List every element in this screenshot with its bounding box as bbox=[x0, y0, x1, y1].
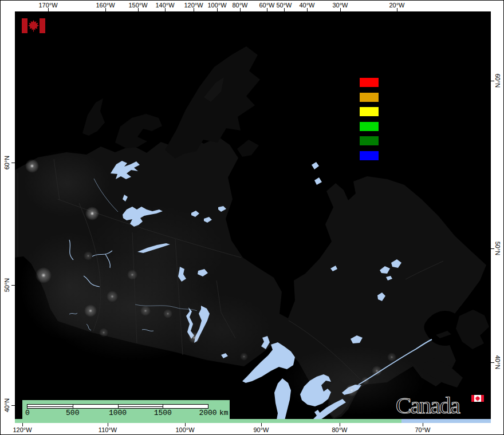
axis-label-left: 60°N bbox=[3, 156, 10, 170]
axis-label-bottom: 120°W bbox=[13, 426, 32, 433]
legend-swatch bbox=[360, 93, 379, 102]
axis-label-bottom: 100°W bbox=[175, 426, 194, 433]
axis-label-top: 100°W bbox=[207, 2, 226, 9]
map-canvas[interactable] bbox=[15, 11, 491, 423]
axis-label-bottom: 90°W bbox=[253, 426, 269, 433]
axis-label-top: 120°W bbox=[184, 2, 203, 9]
scalebar-unit: km bbox=[219, 409, 229, 417]
canada-flag-icon bbox=[22, 18, 45, 33]
axis-label-top: 30°W bbox=[332, 2, 348, 9]
axis-label-top: 140°W bbox=[155, 2, 174, 9]
axis-label-right: 40°N bbox=[494, 355, 501, 370]
axis-tick-left bbox=[11, 285, 15, 286]
axis-label-right: 60°N bbox=[494, 74, 501, 88]
axis-label-top: 170°W bbox=[38, 2, 57, 9]
axis-label-top: 20°W bbox=[389, 2, 404, 9]
scalebar bbox=[27, 404, 208, 409]
maple-leaf-icon bbox=[27, 19, 40, 32]
axis-label-bottom: 70°W bbox=[415, 426, 430, 433]
axis-label-bottom: 110°W bbox=[99, 426, 117, 433]
axis-label-left: 50°N bbox=[3, 278, 10, 292]
legend-swatch bbox=[360, 107, 379, 116]
flag-red-bar bbox=[40, 18, 45, 33]
axis-label-top: 150°W bbox=[128, 2, 147, 9]
legend-swatch bbox=[360, 78, 379, 87]
scalebar-label: 500 bbox=[66, 409, 79, 417]
axis-label-bottom: 80°W bbox=[332, 426, 347, 433]
flag-red-bar bbox=[22, 18, 27, 33]
axis-label-left: 40°N bbox=[3, 398, 10, 413]
map-layout-page: km 0500100015002000 Canada 170°W160°W150… bbox=[0, 0, 504, 435]
wordmark-flag-icon bbox=[471, 395, 484, 402]
scalebar-label: 1500 bbox=[154, 409, 172, 417]
legend-swatch bbox=[360, 122, 379, 131]
axis-label-right: 50°N bbox=[494, 242, 501, 256]
axis-label-top: 160°W bbox=[96, 2, 115, 9]
axis-label-top: 60°W bbox=[259, 2, 274, 9]
scalebar-label: 0 bbox=[25, 409, 30, 417]
scalebar-panel: km 0500100015002000 bbox=[22, 400, 230, 419]
axis-label-top: 40°W bbox=[299, 2, 314, 9]
legend-swatch bbox=[360, 151, 379, 160]
axis-label-top: 50°W bbox=[276, 2, 292, 9]
canada-wordmark: Canada bbox=[396, 392, 487, 421]
scalebar-label: 1000 bbox=[109, 409, 127, 417]
scalebar-label: 2000 bbox=[199, 409, 216, 417]
canada-raster-map bbox=[15, 11, 491, 423]
axis-label-top: 80°W bbox=[232, 2, 247, 9]
axis-tick-left bbox=[11, 163, 15, 163]
legend-swatch bbox=[360, 136, 379, 145]
us-land-strip bbox=[15, 419, 401, 423]
axis-tick-left bbox=[11, 405, 15, 406]
